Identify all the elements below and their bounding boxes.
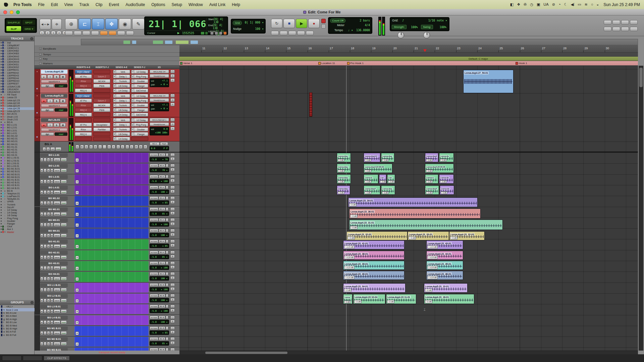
volume-icon[interactable]: ◀⦙ — [571, 2, 574, 6]
insert-slot[interactable]: Saturn 2 — [93, 99, 110, 103]
bg-input[interactable]: no input — [150, 337, 158, 341]
audio-clip[interactable]: Leesa.dup4.27_54-01 — [463, 70, 514, 93]
output-selector[interactable]: Headphones — [150, 74, 169, 78]
solo-button[interactable]: S — [47, 244, 50, 248]
audio-clip[interactable]: Leesa.dup4.23_32-03▫ 0 dB — [449, 231, 485, 240]
track-show-dot[interactable] — [1, 138, 2, 139]
send-slot[interactable]: gPing Pong — [131, 99, 148, 103]
track-show-dot[interactable] — [1, 171, 2, 172]
bg-object-button[interactable]: ▢ — [170, 218, 175, 222]
bg-output-arrow-icon[interactable]: ↑ — [166, 164, 168, 167]
bg-output[interactable]: BG A — [159, 175, 165, 178]
bg-output[interactable]: BG A — [159, 186, 165, 189]
track-show-dot[interactable] — [1, 127, 2, 128]
track-list-item[interactable]: ⊢BG L2.01 — [0, 126, 34, 129]
audio-clip[interactable]: Leesa.dup4.23 10-04▫ 0 dB — [353, 294, 385, 304]
zoom-window-button[interactable] — [16, 10, 20, 14]
view-button[interactable]: wave — [54, 180, 60, 183]
track-list-item[interactable]: ⊢Lesa.cp2.44 — [0, 102, 34, 104]
bg-object-button[interactable]: ▢ — [170, 186, 175, 189]
bg-vol[interactable]: -5.0 — [151, 158, 157, 161]
solo-button[interactable]: S — [47, 255, 50, 259]
folder-slot[interactable]: 1 — [98, 145, 102, 149]
bg-input[interactable]: no input — [150, 207, 158, 211]
apple-menu-icon[interactable] — [4, 3, 8, 7]
folder-slot[interactable]: D — [139, 145, 143, 149]
folder-track-header[interactable]: BG ASMvolreadbRb6D1VT1111PDFBG AHdph0.0P… — [35, 141, 179, 153]
clip-gain-badge[interactable]: ▫ 0 dB — [426, 159, 433, 162]
bg-inserts-sends-grid[interactable] — [74, 153, 149, 163]
bg-output-arrow-icon[interactable]: ↑ — [166, 337, 168, 341]
bg-track-header[interactable]: BG L1 B.01●ISMwavereadAno inputBG B↑-5.0… — [35, 283, 179, 293]
folder-vol-button[interactable]: vol — [50, 147, 55, 151]
solo-button[interactable]: S — [47, 288, 50, 292]
bg-track-header[interactable]: BG H1.01●ISMwavereadAno inputBG A↑-5.0◂ … — [35, 239, 179, 250]
bg-vol[interactable]: -5.0 — [151, 298, 157, 302]
bg-output-arrow-icon[interactable]: ↑ — [166, 348, 168, 351]
tracks-panel-header[interactable]: TRACKS — [0, 36, 34, 41]
clip-gain-badge[interactable]: ▫ 0 dB — [349, 203, 357, 206]
track-list-item[interactable]: ↓Click — [0, 225, 34, 228]
grid-note-value[interactable]: 1/16 note ▾ — [428, 19, 447, 22]
bg-pan[interactable]: ◂ 100 — [161, 309, 168, 313]
clip-gain-badge[interactable]: ▫ 0 dB — [425, 300, 432, 303]
folder-slot[interactable]: 1 — [116, 145, 120, 149]
bg-output-arrow-icon[interactable]: ↑ — [166, 272, 168, 276]
insert-slot[interactable] — [93, 88, 110, 93]
ruler-label-bars[interactable]: ▾Bars|Beats — [35, 45, 179, 53]
bg-output-arrow-icon[interactable]: ↑ — [166, 240, 168, 243]
insert-slot[interactable]: MC404 — [93, 79, 110, 83]
track-list-item[interactable]: ⊢BG M4 B.01 — [0, 176, 34, 178]
clip-gain-badge[interactable]: ▫ 0 dB — [350, 226, 358, 229]
send-slot[interactable]: f1/2 Delay — [131, 118, 148, 122]
bg-track-name[interactable]: BG L4.01 — [40, 186, 68, 190]
folder-slot[interactable]: T — [112, 145, 115, 149]
send-slot[interactable]: bDelay 1 — [113, 99, 130, 103]
bg-output[interactable]: BG A — [159, 218, 165, 222]
bg-track-header[interactable]: BG H3.01●ISMwavereadAno inputBG A↑-5.0◂ … — [35, 261, 179, 272]
bg-list-button[interactable]: ≡ — [170, 330, 175, 334]
bg-pan[interactable]: 100 ▸ — [161, 233, 168, 237]
track-show-dot[interactable] — [1, 135, 2, 136]
menu-item-options[interactable]: Options — [151, 2, 165, 7]
bg-input[interactable]: no input — [150, 196, 158, 200]
track-freeze-icon[interactable]: ● — [35, 70, 40, 72]
bg-inserts-sends-grid[interactable] — [74, 337, 149, 347]
bg-input[interactable]: no input — [150, 164, 158, 167]
crosshair-icon[interactable]: ❖ — [517, 2, 520, 6]
folder-output-hdph[interactable]: Hdph — [160, 142, 168, 145]
clip-gain-badge[interactable]: ▫ +1.5 dB — [344, 245, 355, 249]
bg-track-name[interactable]: BG L1 B.01 — [40, 283, 68, 287]
insert-slot[interactable]: AT Pro — [75, 99, 92, 103]
group-list-item[interactable]: hAcca 1 Lea — [0, 308, 35, 311]
input-monitor-button[interactable]: I — [44, 201, 47, 205]
edit-option-button-5[interactable] — [100, 31, 108, 35]
window-config-button-2[interactable] — [612, 20, 620, 24]
ruler-label-tempo[interactable]: +Tempo — [35, 53, 179, 57]
track-list-item[interactable]: ⊢130PREH2 — [0, 71, 34, 74]
pencil-tool[interactable]: ✎ — [132, 18, 145, 29]
transport-sub-button-1[interactable] — [271, 31, 279, 35]
track-list-item[interactable]: ⊢Telephon.01 — [0, 192, 34, 195]
solo-button[interactable]: S — [47, 309, 50, 313]
insert-slot[interactable]: EQ3 1-Band — [75, 70, 92, 74]
clip-gain-badge[interactable]: ▫ +1.8 dB — [427, 266, 438, 269]
edit-option-button-7[interactable] — [117, 31, 125, 35]
bg-list-button[interactable]: ≡ — [170, 233, 175, 236]
view-button[interactable]: wave — [54, 212, 60, 216]
bg-list-button[interactable]: ≡ — [170, 341, 175, 345]
folder-slot[interactable]: b — [75, 145, 79, 149]
horizontal-zoom-button[interactable]: ◂⇔▸ — [40, 19, 51, 29]
bg-a-button[interactable]: A — [75, 223, 79, 227]
bg-pan[interactable]: ◂ 100 — [161, 179, 168, 183]
bg-input[interactable]: no input — [150, 218, 158, 222]
minimize-window-button[interactable] — [10, 10, 13, 14]
clock-icon[interactable]: ◔ — [558, 2, 561, 6]
transport-extra-button[interactable] — [321, 24, 326, 28]
automation-button[interactable]: read — [61, 212, 67, 216]
grid-label[interactable]: Grid — [233, 21, 242, 25]
menu-item-view[interactable]: View — [64, 2, 73, 7]
track-list-item[interactable]: ↓DeLAY — [0, 206, 34, 208]
bg-inserts-sends-grid[interactable] — [74, 229, 149, 238]
record-arm-button[interactable]: ● — [40, 234, 43, 237]
